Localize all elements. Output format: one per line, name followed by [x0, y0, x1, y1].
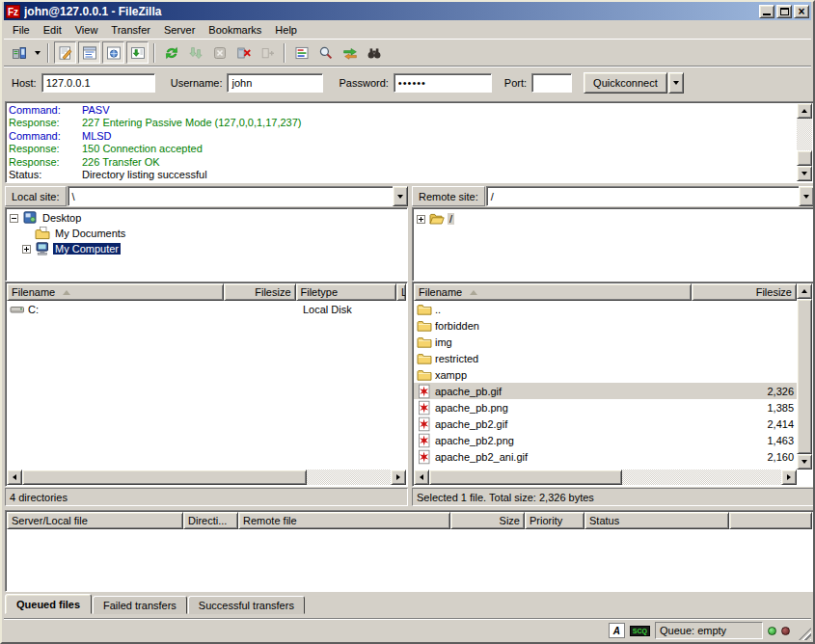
remote-file-row[interactable]: forbidden — [414, 317, 797, 334]
cancel-operation-button[interactable] — [208, 41, 231, 64]
remote-horizontal-scrollbar[interactable] — [414, 470, 797, 485]
remote-file-row[interactable]: apache_pb2.png1,463 — [414, 432, 797, 448]
quickconnect-dropdown[interactable] — [668, 72, 684, 94]
scroll-up-button[interactable] — [797, 283, 812, 299]
local-site-dropdown[interactable] — [393, 186, 408, 206]
column-header-status[interactable]: Status — [584, 512, 729, 529]
username-input[interactable] — [227, 73, 323, 93]
scroll-thumb[interactable] — [797, 299, 812, 454]
expand-icon[interactable] — [22, 245, 31, 254]
scroll-thumb[interactable] — [797, 150, 812, 166]
tab-queued-files[interactable]: Queued files — [5, 594, 92, 614]
local-site-value[interactable]: \ — [68, 186, 394, 206]
collapse-icon[interactable] — [10, 214, 18, 223]
column-header-remote-file[interactable]: Remote file — [238, 512, 450, 529]
scroll-left-button[interactable] — [414, 470, 429, 485]
port-input[interactable] — [531, 73, 572, 93]
local-horizontal-scrollbar[interactable] — [7, 470, 406, 485]
scroll-track[interactable] — [307, 470, 391, 485]
toggle-local-tree-button[interactable] — [78, 41, 100, 64]
remote-vertical-scrollbar[interactable] — [797, 283, 812, 470]
tree-item-root[interactable]: / — [417, 211, 813, 227]
quickconnect-button[interactable]: Quickconnect — [584, 72, 667, 94]
local-file-row[interactable]: C: Local Disk — [7, 301, 406, 317]
data-type-indicator-icon[interactable]: A — [609, 623, 625, 638]
synchronized-browsing-button[interactable] — [339, 41, 361, 64]
directory-listing-filters-button[interactable] — [290, 41, 312, 64]
toggle-remote-tree-button[interactable] — [102, 41, 124, 64]
password-label: Password: — [339, 77, 388, 89]
column-header-filesize[interactable]: Filesize — [224, 283, 296, 301]
column-header-size[interactable]: Size — [450, 512, 525, 529]
scroll-thumb[interactable] — [429, 470, 622, 485]
log-vertical-scrollbar[interactable] — [797, 103, 812, 181]
column-header-filesize[interactable]: Filesize — [692, 283, 797, 301]
local-site-combobox[interactable]: \ — [68, 186, 408, 206]
column-header-last-modified[interactable]: L — [396, 283, 406, 301]
column-header-direction[interactable]: Directi... — [183, 512, 238, 529]
column-header-server-local-file[interactable]: Server/Local file — [7, 512, 183, 529]
menu-edit[interactable]: Edit — [37, 22, 68, 38]
expand-icon[interactable] — [417, 215, 425, 224]
scroll-track[interactable] — [622, 470, 781, 485]
remote-tree: / — [412, 207, 814, 282]
menu-view[interactable]: View — [68, 22, 105, 38]
remote-status-line: Selected 1 file. Total size: 2,326 bytes — [412, 488, 814, 506]
remote-site-dropdown[interactable] — [799, 186, 814, 206]
title-bar[interactable]: Fz john@127.0.0.1 - FileZilla — [4, 2, 811, 20]
close-button[interactable] — [794, 5, 809, 18]
column-header-filetype[interactable]: Filetype — [296, 283, 396, 301]
tab-successful-transfers[interactable]: Successful transfers — [188, 596, 305, 614]
refresh-button[interactable] — [160, 41, 182, 64]
scroll-right-button[interactable] — [781, 470, 797, 485]
menu-bookmarks[interactable]: Bookmarks — [202, 22, 268, 38]
menu-file[interactable]: File — [6, 22, 37, 38]
app-icon[interactable]: Fz — [6, 5, 20, 18]
scroll-down-button[interactable] — [797, 166, 812, 181]
process-queue-button[interactable] — [184, 41, 206, 64]
scroll-left-button[interactable] — [7, 470, 22, 485]
password-input[interactable] — [394, 73, 492, 93]
column-header-filename[interactable]: Filename — [414, 283, 692, 301]
scroll-right-button[interactable] — [391, 470, 406, 485]
menu-server[interactable]: Server — [157, 22, 202, 38]
column-header-priority[interactable]: Priority — [525, 512, 584, 529]
speed-limits-icon[interactable]: SCQ — [630, 626, 650, 636]
tree-item-desktop[interactable]: Desktop — [10, 210, 407, 226]
scroll-track[interactable] — [797, 119, 812, 166]
browser-panes: Local site: \ Desktop My Documents — [5, 186, 814, 506]
column-header-filename[interactable]: Filename — [7, 283, 224, 301]
remote-site-combobox[interactable]: / — [486, 186, 814, 206]
local-tree: Desktop My Documents My Computer — [5, 207, 408, 282]
site-manager-button[interactable] — [8, 41, 30, 64]
remote-file-row[interactable]: xampp — [414, 366, 797, 383]
remote-site-value[interactable]: / — [486, 186, 800, 206]
scroll-thumb[interactable] — [22, 470, 307, 485]
remote-file-row[interactable]: img — [414, 334, 797, 350]
host-input[interactable] — [41, 73, 155, 93]
remote-file-row[interactable]: apache_pb2_ani.gif2,160 — [414, 448, 797, 465]
remote-file-row-selected[interactable]: apache_pb.gif2,326 — [414, 383, 797, 399]
reconnect-button[interactable] — [257, 41, 279, 64]
maximize-button[interactable] — [776, 5, 792, 18]
minimize-button[interactable] — [759, 5, 774, 18]
tree-item-label: My Computer — [53, 243, 121, 255]
file-search-button[interactable] — [363, 41, 385, 64]
remote-file-row[interactable]: .. — [414, 301, 797, 317]
menu-transfer[interactable]: Transfer — [104, 22, 157, 38]
site-manager-dropdown[interactable] — [31, 41, 43, 64]
tab-failed-transfers[interactable]: Failed transfers — [93, 596, 187, 614]
disconnect-icon — [236, 45, 252, 61]
remote-file-row[interactable]: apache_pb2.gif2,414 — [414, 416, 797, 432]
tree-item-my-computer[interactable]: My Computer — [22, 241, 407, 256]
remote-file-row[interactable]: apache_pb.png1,385 — [414, 399, 797, 416]
toggle-transfer-queue-button[interactable] — [126, 41, 149, 64]
directory-comparison-button[interactable] — [314, 41, 337, 64]
remote-file-row[interactable]: restricted — [414, 350, 797, 366]
toggle-message-log-button[interactable] — [54, 41, 76, 64]
menu-help[interactable]: Help — [268, 22, 304, 38]
scroll-down-button[interactable] — [797, 454, 812, 470]
tree-item-my-documents[interactable]: My Documents — [35, 226, 407, 241]
scroll-up-button[interactable] — [797, 103, 812, 119]
disconnect-button[interactable] — [232, 41, 255, 64]
